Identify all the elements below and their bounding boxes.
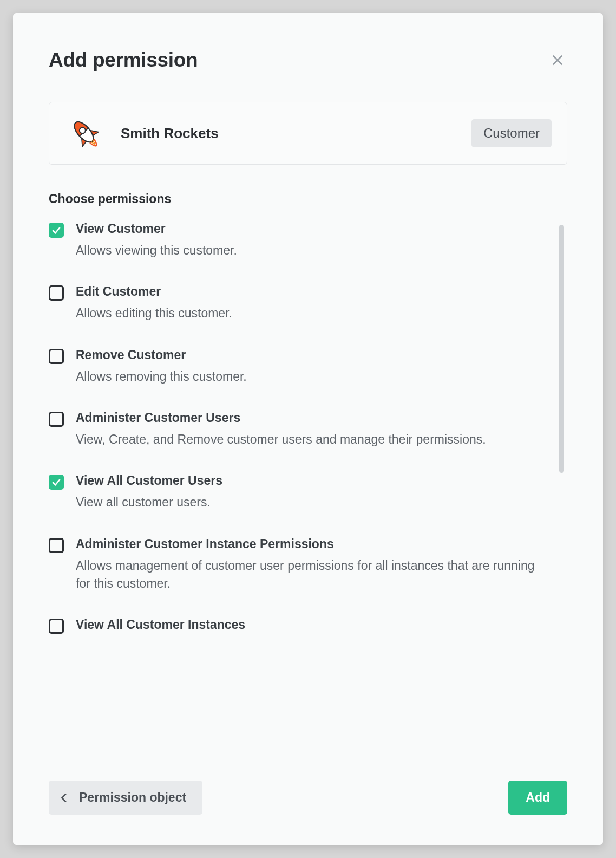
permission-item: View All Customer Instances — [49, 618, 548, 638]
permission-title: View All Customer Instances — [76, 618, 548, 632]
permissions-area: View CustomerAllows viewing this custome… — [49, 222, 567, 757]
permission-title: Remove Customer — [76, 348, 548, 362]
permissions-list: View CustomerAllows viewing this custome… — [49, 222, 567, 757]
permission-item: Administer Customer UsersView, Create, a… — [49, 411, 548, 448]
dialog-header: Add permission — [49, 49, 567, 72]
close-button[interactable] — [548, 50, 567, 70]
permission-title: View All Customer Users — [76, 473, 548, 488]
permission-text: Administer Customer Instance Permissions… — [76, 537, 548, 593]
permission-text: Administer Customer UsersView, Create, a… — [76, 411, 548, 448]
permission-checkbox[interactable] — [49, 538, 64, 553]
permission-title: Administer Customer Users — [76, 411, 548, 425]
permission-item: Edit CustomerAllows editing this custome… — [49, 284, 548, 322]
permission-checkbox[interactable] — [49, 349, 64, 364]
subject-left: Smith Rockets — [64, 116, 219, 150]
permission-text: Remove CustomerAllows removing this cust… — [76, 348, 548, 386]
rocket-icon — [64, 116, 106, 150]
section-label: Choose permissions — [49, 192, 567, 206]
permission-item: Remove CustomerAllows removing this cust… — [49, 348, 548, 386]
add-permission-dialog: Add permission Smith Rockets Cu — [13, 13, 603, 845]
permission-text: View CustomerAllows viewing this custome… — [76, 222, 548, 259]
permission-description: Allows removing this customer. — [76, 368, 548, 386]
dialog-footer: Permission object Add — [49, 757, 567, 815]
back-button-label: Permission object — [79, 790, 186, 805]
permission-text: View All Customer Instances — [76, 618, 548, 638]
permission-description: Allows viewing this customer. — [76, 242, 548, 259]
subject-name: Smith Rockets — [121, 125, 219, 142]
chevron-left-icon — [58, 792, 70, 804]
permission-text: Edit CustomerAllows editing this custome… — [76, 284, 548, 322]
permission-description: View, Create, and Remove customer users … — [76, 431, 548, 448]
permission-title: Administer Customer Instance Permissions — [76, 537, 548, 551]
permission-title: Edit Customer — [76, 284, 548, 299]
check-icon — [51, 477, 62, 487]
permission-item: View CustomerAllows viewing this custome… — [49, 222, 548, 259]
permission-checkbox[interactable] — [49, 223, 64, 238]
permission-checkbox[interactable] — [49, 412, 64, 427]
subject-card: Smith Rockets Customer — [49, 102, 567, 165]
permission-checkbox[interactable] — [49, 619, 64, 634]
check-icon — [51, 225, 62, 236]
close-icon — [550, 53, 565, 68]
permission-description: Allows management of customer user permi… — [76, 557, 548, 593]
subject-type-badge: Customer — [471, 119, 552, 147]
scrollbar[interactable] — [559, 225, 564, 473]
dialog-title: Add permission — [49, 49, 198, 72]
permission-checkbox[interactable] — [49, 474, 64, 490]
permission-title: View Customer — [76, 222, 548, 236]
permission-checkbox[interactable] — [49, 285, 64, 301]
permission-description: View all customer users. — [76, 493, 548, 511]
permission-description: Allows editing this customer. — [76, 304, 548, 322]
permission-text: View All Customer UsersView all customer… — [76, 473, 548, 511]
permission-item: View All Customer UsersView all customer… — [49, 473, 548, 511]
permission-item: Administer Customer Instance Permissions… — [49, 537, 548, 593]
back-button[interactable]: Permission object — [49, 781, 202, 815]
add-button[interactable]: Add — [508, 781, 567, 815]
